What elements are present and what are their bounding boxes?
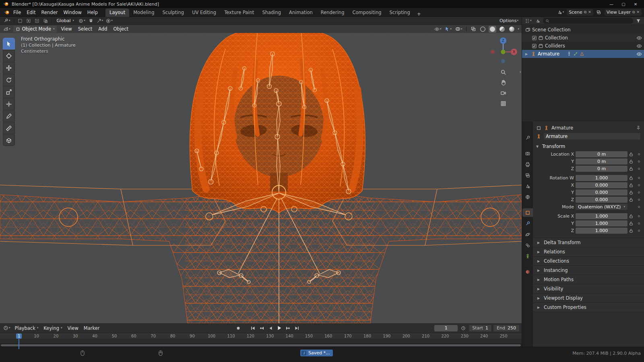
maximize-button[interactable]: ▢	[617, 0, 630, 8]
workspace-tab-rendering[interactable]: Rendering	[317, 8, 349, 17]
tab-scene-icon[interactable]	[522, 182, 533, 190]
lock-icon[interactable]	[629, 176, 635, 180]
timeline-menu-marker[interactable]: Marker	[82, 325, 101, 331]
outliner-row-collection[interactable]: ✓ Collection	[522, 34, 644, 42]
hide-in-viewport-icon[interactable]	[636, 44, 642, 48]
collection-checkbox[interactable]: ✓	[532, 36, 537, 40]
play-reverse-button[interactable]	[267, 325, 274, 331]
filter-icon[interactable]	[635, 18, 642, 24]
workspace-tab-compositing[interactable]: Compositing	[348, 8, 385, 17]
tab-world-icon[interactable]	[522, 193, 533, 201]
tab-render-icon[interactable]	[522, 149, 533, 158]
lock-icon[interactable]	[629, 190, 635, 195]
lock-icon[interactable]	[629, 152, 635, 156]
mesh-data-icon[interactable]	[580, 51, 584, 56]
zoom-icon[interactable]	[499, 68, 508, 76]
snap-target-icon[interactable]: ▾	[96, 18, 104, 24]
scale-tool[interactable]	[3, 86, 15, 98]
panel-collections[interactable]: ▶Collections	[533, 257, 644, 266]
lock-icon[interactable]	[629, 167, 635, 171]
shading-rendered-icon[interactable]	[508, 26, 516, 33]
timeline-menu-view[interactable]: View	[66, 325, 80, 331]
rotation-y-field[interactable]: 0.000	[576, 189, 627, 195]
move-tool[interactable]	[3, 62, 15, 74]
auto-keying-record-icon[interactable]	[235, 325, 242, 331]
object-name-input[interactable]: Armature	[543, 133, 641, 140]
options-dropdown[interactable]: Options ▾	[499, 18, 519, 24]
keyframe-dot-icon[interactable]	[638, 230, 640, 232]
panel-viewport-display[interactable]: ▶Viewport Display	[533, 294, 644, 303]
browse-scene-icon[interactable]: ▾	[556, 9, 565, 16]
outliner-row-colliders[interactable]: ✓ Colliders	[522, 42, 644, 50]
outliner-search-input[interactable]	[543, 18, 633, 24]
workspace-tab-uv-editing[interactable]: UV Editing	[188, 8, 220, 17]
overlays-dropdown[interactable]: ▾	[454, 26, 463, 32]
viewport-menu-select[interactable]: Select	[76, 26, 94, 32]
workspace-tab-shading[interactable]: Shading	[258, 8, 285, 17]
proportional-editing-icon[interactable]: ▾	[105, 18, 114, 24]
scale-y-field[interactable]: 1.000	[576, 220, 627, 226]
rotation-x-field[interactable]: 0.000	[576, 182, 627, 188]
lock-icon[interactable]	[629, 159, 635, 164]
pivot-point-icon[interactable]: ▾	[78, 18, 86, 24]
workspace-tab-modeling[interactable]: Modeling	[129, 8, 158, 17]
hide-in-viewport-icon[interactable]	[636, 36, 642, 40]
add-workspace-button[interactable]: +	[414, 11, 424, 17]
previous-keyframe-button[interactable]	[258, 325, 265, 331]
camera-view-icon[interactable]	[499, 88, 508, 97]
breadcrumb-object-name[interactable]: Armature	[551, 125, 573, 131]
timeline-ruler[interactable]: 10 20 30 40 50 60 70 80 90 100 110 120 1…	[0, 333, 522, 339]
panel-motion-paths[interactable]: ▶Motion Paths	[533, 275, 644, 284]
keyframe-dot-icon[interactable]	[638, 168, 640, 170]
jump-to-start-button[interactable]	[249, 325, 256, 331]
play-button[interactable]	[276, 325, 283, 331]
menu-render[interactable]: Render	[39, 9, 61, 16]
remove-view-layer-icon[interactable]: ✕	[636, 10, 640, 14]
rotation-mode-dropdown[interactable]: Quaternion (WXYZ) ▾	[576, 204, 627, 210]
menu-file[interactable]: File	[10, 9, 24, 16]
keyframe-dot-icon[interactable]	[638, 160, 640, 162]
shading-solid-icon[interactable]	[489, 26, 496, 33]
timeline-track[interactable]	[0, 339, 522, 343]
annotate-tool[interactable]	[3, 110, 15, 122]
editor-type-icon[interactable]: ▾	[2, 26, 11, 32]
scrollbar-thumb[interactable]	[1, 344, 521, 346]
timeline-editor-type-icon[interactable]: ▾	[2, 325, 11, 331]
playhead-line[interactable]	[19, 338, 19, 349]
collection-checkbox[interactable]: ✓	[532, 44, 537, 48]
outliner-editor-type-icon[interactable]: ▾	[524, 18, 533, 24]
timeline-menu-playback[interactable]: Playback▾	[13, 325, 40, 331]
panel-custom-properties[interactable]: ▶Custom Properties	[533, 303, 644, 312]
rotation-w-field[interactable]: 1.000	[576, 175, 627, 181]
viewport-3d[interactable]: Front Orthographic (1) Collection | Arma…	[0, 33, 522, 323]
scale-z-field[interactable]: 1.000	[576, 228, 627, 234]
viewport-menu-view[interactable]: View	[59, 26, 74, 32]
jump-to-end-button[interactable]	[293, 325, 301, 331]
workspace-tab-texture-paint[interactable]: Texture Paint	[220, 8, 258, 17]
armature-data-icon[interactable]	[573, 51, 578, 56]
workspace-tab-scripting[interactable]: Scripting	[386, 8, 414, 17]
scale-x-field[interactable]: 1.000	[576, 213, 627, 219]
viewport-menu-object[interactable]: Object	[111, 26, 130, 32]
keyframe-dot-icon[interactable]	[638, 215, 640, 217]
rotate-tool[interactable]	[3, 74, 15, 86]
panel-relations[interactable]: ▶Relations	[533, 247, 644, 257]
transform-tool[interactable]	[3, 98, 15, 110]
keyframe-dot-icon[interactable]	[638, 191, 640, 193]
workspace-tab-sculpting[interactable]: Sculpting	[158, 8, 188, 17]
outliner-row-scene-collection[interactable]: Scene Collection	[522, 26, 644, 34]
gizmos-dropdown[interactable]: ▾	[444, 26, 452, 32]
lock-icon[interactable]	[629, 214, 635, 218]
shading-material-icon[interactable]	[498, 26, 506, 33]
measure-tool[interactable]	[3, 122, 15, 134]
active-tool-icon[interactable]: ▾	[2, 18, 11, 24]
menu-help[interactable]: Help	[85, 9, 101, 16]
end-frame-field[interactable]: End 250	[493, 325, 519, 331]
minimize-button[interactable]: —	[605, 0, 617, 8]
tab-view-layer-icon[interactable]	[522, 171, 533, 179]
view-layer-icon[interactable]	[595, 9, 603, 16]
lock-icon[interactable]	[629, 197, 635, 202]
toggle-ortho-icon[interactable]	[499, 99, 508, 108]
tab-object-data-icon[interactable]	[522, 252, 533, 260]
timeline-menu-keying[interactable]: Keying▾	[42, 325, 64, 331]
